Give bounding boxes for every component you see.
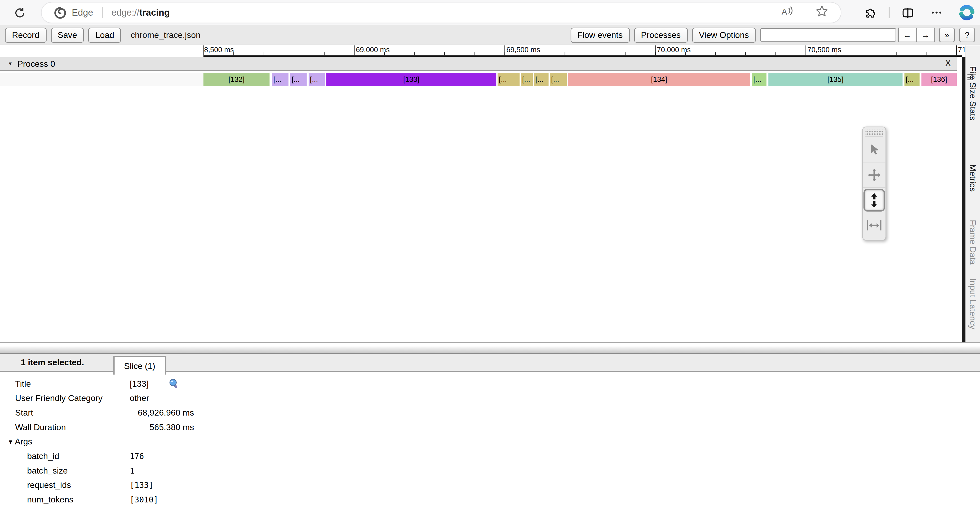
ruler-tick-label: 69,000 ms [356,46,390,54]
processes-button[interactable]: Processes [634,27,687,42]
load-button[interactable]: Load [89,27,121,42]
panel-tab-metrics[interactable]: Metrics [968,164,978,191]
address-divider [102,7,103,18]
url-host: tracing [139,8,170,18]
detail-row-wall-duration: Wall Duration 565.380 ms [0,420,980,435]
detail-value: 565.380 ms [130,423,194,432]
args-section-header[interactable]: ▼ Args [0,434,980,449]
toolbar-divider [889,7,890,18]
trace-slice[interactable]: [135] [768,73,902,86]
close-process-button[interactable]: X [945,58,951,68]
trace-slice[interactable]: [... [290,73,307,86]
browser-chrome-bar: Edge edge://tracing A [0,0,980,25]
arg-label: request_ids [0,480,130,490]
panel-tab-frame-data[interactable]: Frame Data [968,220,978,265]
panel-tab-file-size-stats[interactable]: File Size Stats [968,66,978,121]
timeline-ruler: 8,500 ms 69,000 ms 69,500 ms 70,000 ms 7… [204,45,962,57]
find-next-button[interactable]: → [916,28,935,42]
arg-label: batch_size [0,466,130,475]
process-header[interactable]: ▾ Process 0 X [0,57,957,71]
reload-icon [14,6,25,19]
panel-splitter-handle[interactable] [0,346,980,354]
trace-slice[interactable]: [... [498,73,520,86]
save-button[interactable]: Save [51,27,84,42]
extensions-puzzle-icon[interactable] [864,6,877,19]
trace-slice[interactable]: [... [752,73,767,86]
detail-row-title: Title [133] [0,377,980,391]
pan-tool-button[interactable] [863,162,886,188]
timing-range-icon [867,220,882,231]
svg-text:A: A [781,7,787,16]
zoom-tool-button[interactable] [864,189,885,211]
trace-slice[interactable]: [132] [204,73,270,86]
trace-slice[interactable]: [... [905,73,920,86]
detail-label: Start [0,408,130,417]
trace-slice[interactable]: [... [550,73,567,86]
select-tool-button[interactable] [863,137,886,162]
read-aloud-icon[interactable]: A [781,5,795,20]
trace-slice[interactable]: [... [309,73,325,86]
help-button[interactable]: ? [959,28,975,42]
record-button[interactable]: Record [5,27,46,42]
arg-label: batch_id [0,451,130,461]
timing-tool-button[interactable] [863,213,886,238]
arg-row-batch-id: batch_id 176 [0,449,980,464]
favorite-star-icon[interactable] [816,5,829,20]
copilot-icon[interactable] [959,5,975,21]
flow-events-button[interactable]: Flow events [570,27,630,42]
vertical-zoom-icon [869,192,880,208]
slice-container: [132][...[...[...[133][...[...[...[...[1… [204,73,957,86]
arg-value: 176 [130,451,144,461]
more-menu-icon[interactable] [930,6,943,19]
reload-button[interactable] [10,3,29,22]
ruler-tick-label: 70,000 ms [657,46,691,54]
trace-slice[interactable]: [134] [568,73,750,86]
tool-palette [862,127,886,240]
overflow-button[interactable]: » [939,28,955,42]
find-slice-magnifier-icon[interactable] [169,378,179,389]
track-label-column [0,73,204,86]
trace-track: [132][...[...[...[133][...[...[...[...[1… [0,73,957,86]
find-previous-button[interactable]: ← [898,28,916,42]
splitter-gap [0,343,980,346]
ruler-tick-label: 8,500 ms [204,46,234,54]
arg-row-num-tokens: num_tokens [3010] [0,493,980,507]
trace-slice[interactable]: [133] [326,73,496,86]
address-bar[interactable]: Edge edge://tracing A [41,3,841,23]
ruler-tick-label: 69,500 ms [506,46,540,54]
process-title: Process 0 [17,59,55,68]
timeline-scrollbar[interactable] [962,57,965,342]
selection-status: 1 item selected. [21,358,84,367]
detail-value: 68,926.960 ms [130,408,194,417]
edge-tracing-window: Edge edge://tracing A [0,0,980,526]
analysis-sidebar: File Size Stats Metrics Frame Data Input… [965,45,980,342]
trace-toolbar: Record Save Load chrome_trace.json Flow … [0,25,980,45]
trace-slice[interactable]: [... [521,73,533,86]
find-input[interactable] [760,29,896,41]
trace-slice[interactable]: [... [272,73,288,86]
detail-row-category: User Friendly Category other [0,391,980,405]
trace-slice[interactable]: [136] [921,73,957,86]
trace-filename: chrome_trace.json [130,30,200,40]
cursor-arrow-icon [869,143,880,156]
detail-value: [133] [130,379,149,389]
trace-slice[interactable]: [... [534,73,549,86]
detail-row-start: Start 68,926.960 ms [0,405,980,420]
arg-row-request-ids: request_ids [133] [0,478,980,493]
detail-value: other [130,394,149,403]
view-options-button[interactable]: View Options [692,27,756,42]
ruler-tick-label: 71 [958,46,966,54]
collapse-arrow-icon[interactable]: ▾ [9,60,12,67]
slice-tab[interactable]: Slice (1) [113,356,166,375]
split-screen-icon[interactable] [900,6,914,19]
arg-value: 1 [130,466,135,475]
url-text[interactable]: edge://tracing [111,8,170,18]
panel-tab-input-latency[interactable]: Input Latency [968,278,978,329]
args-label: Args [15,437,32,447]
browser-brand-label: Edge [72,8,93,18]
palette-grip[interactable] [865,130,883,137]
args-toggle-icon[interactable]: ▼ [8,438,14,445]
edge-logo-icon [54,6,66,19]
timeline-view[interactable]: 8,500 ms 69,000 ms 69,500 ms 70,000 ms 7… [0,45,980,342]
ruler-tick-label: 70,500 ms [808,46,842,54]
